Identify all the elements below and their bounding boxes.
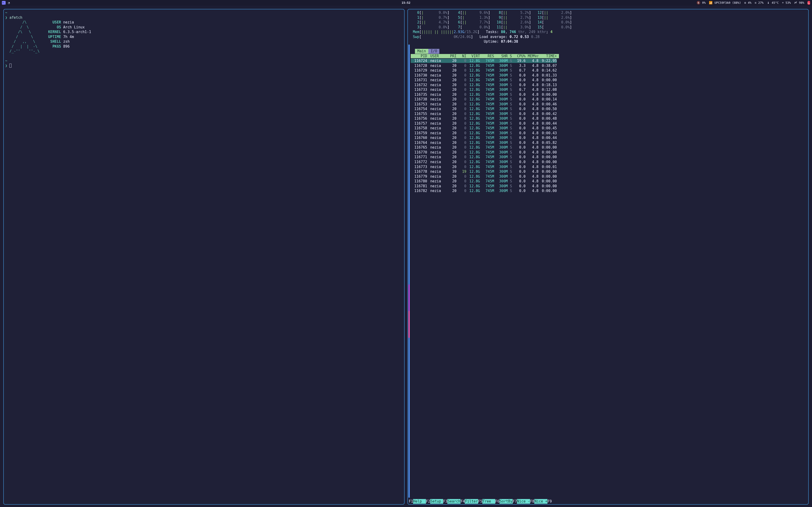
discord-icon[interactable]: ᓚ [808, 1, 810, 5]
terminal-app-icon[interactable]: >_ [2, 1, 6, 5]
htop-tab-main[interactable]: Main [415, 49, 428, 54]
terminal-left-pane[interactable]: ~ ❯ afetch /\ USER nezia / \ OS Arch Lin… [3, 9, 405, 505]
process-row[interactable]: 116756 nezia20012.8G745M300M S0.04.80:00… [411, 116, 557, 121]
process-row[interactable]: 116754 nezia20012.8G745M300M S0.04.80:00… [411, 107, 557, 111]
htop-function-keys[interactable]: F1Help F2Setup F3SearchF4FilterF5Tree F6… [408, 499, 808, 504]
fn-label[interactable]: Help [413, 499, 426, 504]
process-row[interactable]: 116759 nezia20012.8G745M300M S0.04.80:00… [411, 131, 557, 135]
fn-key[interactable]: F3 [443, 499, 447, 504]
process-row[interactable]: 116738 nezia20012.8G745M300M S0.04.80:00… [411, 97, 557, 101]
fn-label[interactable]: Tree [483, 499, 495, 504]
workspace: ~ ❯ afetch /\ USER nezia / \ OS Arch Lin… [0, 6, 812, 507]
process-row[interactable]: 116771 nezia20012.8G745M300M S0.04.80:00… [411, 155, 557, 159]
battery-icon: 🗲 [794, 1, 797, 4]
process-row[interactable]: 116733 nezia20012.8G745M300M S0.74.80:12… [411, 88, 557, 92]
battery-indicator[interactable]: 🗲 98% [794, 1, 804, 5]
process-row[interactable]: 116729 nezia20012.8G745M300M S0.74.80:14… [411, 68, 557, 72]
fn-key[interactable]: F5 [478, 499, 483, 504]
cursor [9, 64, 11, 68]
fan-indicator[interactable]: ⚙ 4% [744, 1, 751, 5]
process-row[interactable]: 116773 nezia20012.8G745M300M S0.04.80:00… [411, 165, 557, 169]
app-icon[interactable]: ◔ [7, 1, 11, 5]
process-row[interactable]: 116730 nezia20012.8G745M300M S0.04.80:01… [411, 73, 557, 77]
temperature-indicator[interactable]: 🌡 45°C [767, 1, 779, 5]
terminal-right-pane[interactable]: 0[| 9.0%] 4[|| 9.6%] 8[|| 5.2%] 12[|| 2.… [407, 9, 809, 505]
fn-key[interactable]: F2 [426, 499, 430, 504]
brightness-indicator[interactable]: ☀ 53% [782, 1, 791, 5]
wifi-indicator[interactable]: 📶 UPC59F3A0 (88%) [709, 1, 741, 5]
fn-key[interactable]: F6 [495, 499, 500, 504]
sun-icon: ☀ [782, 1, 784, 4]
process-row[interactable]: 116757 nezia20012.8G745M300M S0.04.80:00… [411, 121, 557, 125]
process-row[interactable]: 116764 nezia20012.8G745M300M S0.04.80:05… [411, 140, 557, 145]
system-tray: 🔇 0% 📶 UPC59F3A0 (88%) ⚙ 4% ≡ 27% 🌡 45°C… [697, 1, 810, 5]
menu-icon: ≡ [755, 1, 757, 4]
htop-tab-io[interactable]: I/O [428, 49, 439, 54]
process-row[interactable]: 116732 nezia20012.8G745M300M S0.04.80:18… [411, 83, 557, 87]
memory-indicator[interactable]: ≡ 27% [755, 1, 764, 5]
process-row[interactable]: 116755 nezia20012.8G745M300M S0.04.80:00… [411, 112, 557, 116]
fn-label[interactable]: Filter [465, 499, 478, 504]
taskbar-apps: >_ ◔ [2, 1, 11, 5]
process-row[interactable]: 116731 nezia20012.8G745M300M S0.04.80:00… [411, 78, 557, 82]
process-row[interactable]: 116728 nezia20012.8G745M300M S3.34.80:38… [411, 64, 557, 68]
fn-key[interactable]: F9 [548, 499, 552, 504]
process-row[interactable]: 116781 nezia20012.8G745M300M S0.04.80:00… [411, 184, 557, 188]
wifi-icon: 📶 [709, 1, 713, 4]
volume-indicator[interactable]: 🔇 0% [697, 1, 706, 5]
speaker-muted-icon: 🔇 [697, 1, 700, 4]
process-row[interactable]: 116770 nezia20012.8G745M300M S0.04.80:00… [411, 150, 557, 155]
fn-label[interactable]: Search [447, 499, 460, 504]
fn-key[interactable]: F1 [409, 499, 413, 504]
process-row[interactable]: 116779 nezia20012.8G745M300M S0.04.80:00… [411, 174, 557, 179]
clock: 15:52 [402, 1, 410, 5]
shell-command: afetch [9, 15, 22, 20]
process-row[interactable]: 116782 nezia20012.8G745M300M S0.04.80:00… [411, 189, 557, 193]
process-row[interactable]: 116778 nezia391912.8G745M300M S0.04.80:0… [411, 169, 557, 174]
fn-key[interactable]: F7 [513, 499, 517, 504]
fn-label[interactable]: Nice + [534, 499, 548, 504]
process-row[interactable]: 116780 nezia20012.8G745M300M S0.04.80:00… [411, 179, 557, 183]
fn-label[interactable]: Nice - [517, 499, 530, 504]
fn-key[interactable]: F8 [530, 499, 534, 504]
process-row[interactable]: 116772 nezia20012.8G745M300M S0.04.80:00… [411, 160, 557, 164]
process-row[interactable]: 116724 nezia20012.8G745M300M S19.64.89:2… [411, 59, 557, 63]
thermometer-icon: 🌡 [767, 1, 770, 4]
process-row[interactable]: 116760 nezia20012.8G745M300M S0.04.80:00… [411, 136, 557, 140]
process-row[interactable]: 116753 nezia20012.8G745M300M S0.04.80:00… [411, 102, 557, 106]
scroll-gutter [408, 45, 410, 498]
process-row[interactable]: 116735 nezia20012.8G745M300M S0.04.80:00… [411, 93, 557, 97]
process-row[interactable]: 116765 nezia20012.8G745M300M S0.04.80:00… [411, 145, 557, 150]
htop-header-row[interactable]: PID USERPRINIVIRTRESSHRSCPU%MEM%▽TIME+ [411, 54, 559, 58]
fn-label[interactable]: Setup [430, 499, 443, 504]
fn-label[interactable]: SortBy [500, 499, 513, 504]
fn-key[interactable]: F4 [460, 499, 465, 504]
process-row[interactable]: 116758 nezia20012.8G745M300M S0.04.80:00… [411, 126, 557, 130]
gear-icon: ⚙ [744, 1, 746, 4]
top-bar: >_ ◔ 15:52 🔇 0% 📶 UPC59F3A0 (88%) ⚙ 4% ≡… [0, 0, 812, 6]
